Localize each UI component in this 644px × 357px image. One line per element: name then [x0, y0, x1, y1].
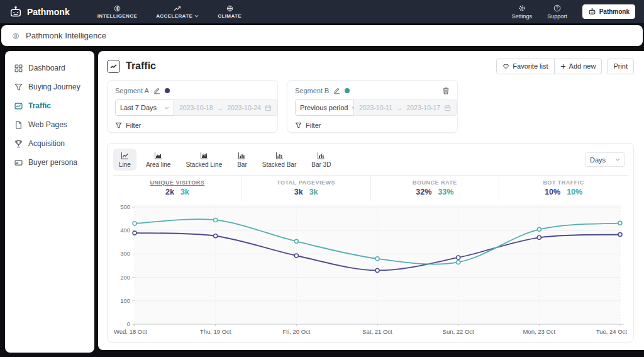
segment-a-filter-button[interactable]: Filter [115, 122, 270, 129]
sidebar-item-acquisition[interactable]: Acquisition [5, 134, 94, 153]
svg-text:400: 400 [120, 227, 130, 234]
svg-text:0: 0 [127, 320, 130, 327]
climate-globe-icon [226, 5, 233, 12]
segment-b-range-select[interactable]: Previous period [295, 99, 354, 116]
calendar-icon [265, 105, 272, 111]
nav-right: Settings ? Support Pathmonk [512, 4, 635, 20]
breadcrumb-bar: Pathmonk Intelligence [1, 25, 643, 46]
bar-3d-icon [317, 152, 325, 160]
account-button[interactable]: Pathmonk [582, 4, 635, 19]
edit-pencil-icon[interactable] [333, 87, 340, 94]
segment-a-range-select[interactable]: Last 7 Days [115, 99, 174, 116]
bounce-rate-segment-b-value: 33% [438, 188, 453, 196]
trophy-icon [14, 140, 23, 148]
intelligence-icon [114, 5, 121, 12]
chart-type-stacked-line[interactable]: Stacked Line [180, 149, 228, 171]
print-button[interactable]: Print [607, 59, 634, 74]
support-button[interactable]: ? Support [547, 4, 567, 20]
traffic-chart-icon [14, 102, 23, 110]
brand-logo[interactable]: Pathmonk [9, 5, 70, 19]
segment-a-card: Segment A Last 7 Days 2023-10-18 [107, 80, 278, 133]
svg-text:500: 500 [120, 203, 130, 210]
sidebar: Dashboard Buying Journey Traffic Web Pag… [5, 51, 94, 353]
calendar-icon [444, 105, 451, 111]
question-icon: ? [553, 4, 561, 12]
line-chart-icon [121, 152, 129, 160]
add-new-button[interactable]: Add new [555, 59, 602, 74]
nav-intelligence[interactable]: INTELLIGENCE [97, 5, 137, 19]
breadcrumb: Pathmonk Intelligence [26, 31, 106, 40]
arrow-right: → [217, 104, 224, 111]
bounce-rate-segment-a-value: 32% [416, 188, 431, 196]
chart-type-area-line[interactable]: Area line [140, 149, 176, 171]
heart-icon [502, 63, 509, 69]
delete-segment-icon[interactable] [442, 87, 450, 95]
svg-text:Sat, 21 Oct: Sat, 21 Oct [362, 328, 392, 335]
traffic-line-chart[interactable]: 0100200300400500Wed, 18 OctThu, 19 OctFr… [113, 202, 628, 339]
total-pageviews-segment-a-value: 3k [294, 188, 303, 196]
bot-traffic-segment-b-value: 10% [567, 188, 582, 196]
segment-b-name: Segment B [295, 87, 329, 94]
document-icon [14, 121, 23, 129]
primary-nav: INTELLIGENCE ACCELERATE CLIMATE [97, 5, 242, 19]
metric-total-pageviews[interactable]: TOTAL PAGEVIEWS 3k 3k [242, 176, 370, 201]
main-content: Traffic Favorite list Add new [98, 51, 644, 350]
top-navbar: Pathmonk INTELLIGENCE ACCELERATE [0, 0, 644, 23]
pathmonk-robot-icon [9, 5, 23, 19]
segment-b-card: Segment B Previous period [287, 80, 458, 133]
sidebar-item-buying-journey[interactable]: Buying Journey [5, 77, 94, 96]
brand-name: Pathmonk [27, 7, 70, 17]
metric-bounce-rate[interactable]: BOUNCE RATE 32% 33% [370, 176, 499, 201]
interval-select[interactable]: Days [585, 152, 625, 167]
chart-type-stacked-bar[interactable]: Stacked Bar [257, 149, 302, 171]
stacked-bar-icon [275, 152, 284, 160]
svg-text:200: 200 [120, 274, 130, 281]
sidebar-item-traffic[interactable]: Traffic [5, 96, 94, 115]
chart-type-bar[interactable]: Bar [231, 149, 253, 171]
segment-a-date-range[interactable]: 2023-10-18 → 2023-10-24 [174, 99, 277, 116]
edit-pencil-icon[interactable] [153, 87, 160, 94]
metric-bot-traffic[interactable]: BOT TRAFFIC 10% 10% [499, 176, 628, 201]
page-title: Traffic [126, 60, 156, 72]
segment-a-name: Segment A [115, 87, 149, 94]
chevron-down-icon [194, 14, 199, 18]
sidebar-item-web-pages[interactable]: Web Pages [5, 115, 94, 134]
filter-funnel-icon [295, 122, 302, 129]
favorite-list-button[interactable]: Favorite list [496, 59, 554, 74]
svg-text:100: 100 [120, 297, 130, 304]
chart-type-line[interactable]: Line [113, 149, 136, 171]
unique-visitors-segment-a-value: 2k [165, 188, 174, 196]
bar-chart-icon [238, 152, 246, 160]
sidebar-item-dashboard[interactable]: Dashboard [5, 59, 94, 77]
page-header: Traffic Favorite list Add new [107, 57, 634, 75]
id-card-icon [14, 159, 23, 167]
area-chart-icon [154, 152, 162, 160]
chart-type-bar-3d[interactable]: Bar 3D [306, 149, 336, 171]
svg-text:Sun, 22 Oct: Sun, 22 Oct [443, 328, 475, 335]
metric-unique-visitors[interactable]: UNIQUE VISITORS 2k 3k [113, 176, 242, 201]
plus-icon [560, 64, 566, 69]
svg-text:300: 300 [120, 250, 130, 257]
metrics-row: UNIQUE VISITORS 2k 3k TOTAL PAGEVIEWS 3k… [113, 175, 628, 201]
intelligence-icon-gray [12, 32, 19, 40]
nav-accelerate[interactable]: ACCELERATE [156, 5, 199, 19]
bot-traffic-segment-a-value: 10% [545, 188, 560, 196]
dashboard-grid-icon [14, 64, 23, 72]
chart-panel: Line Area line [107, 143, 634, 343]
segment-b-date-range[interactable]: 2023-10-11 → 2023-10-17 [354, 99, 457, 116]
segment-b-color-dot [345, 88, 350, 93]
svg-text:Tue, 24 Oct: Tue, 24 Oct [596, 328, 628, 335]
accelerate-icon [174, 5, 181, 12]
stacked-area-icon [200, 152, 208, 160]
segment-b-filter-button[interactable]: Filter [295, 122, 450, 129]
settings-button[interactable]: Settings [512, 4, 533, 20]
sidebar-item-buyer-persona[interactable]: Buyer persona [5, 153, 94, 172]
pathmonk-robot-icon-small [588, 8, 596, 16]
svg-text:?: ? [556, 6, 558, 10]
filter-funnel-icon [115, 122, 122, 129]
traffic-page-icon [107, 60, 120, 73]
total-pageviews-segment-b-value: 3k [309, 188, 318, 196]
chevron-down-icon [615, 158, 620, 161]
svg-text:Wed, 18 Oct: Wed, 18 Oct [114, 328, 147, 335]
nav-climate[interactable]: CLIMATE [218, 5, 242, 19]
